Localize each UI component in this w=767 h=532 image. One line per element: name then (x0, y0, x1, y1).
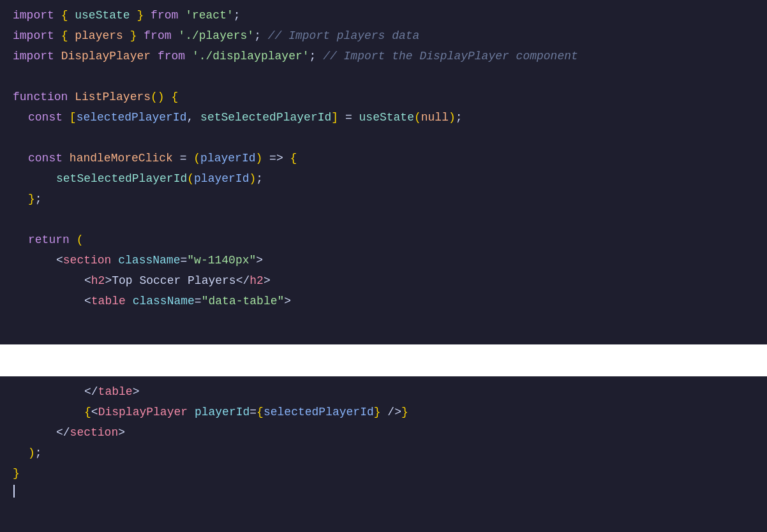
code-line-b4: ) ; (0, 444, 767, 464)
code-line-3: import DisplayPlayer from './displayplay… (0, 47, 767, 68)
code-line-6: const [ selectedPlayerId , setSelectedPl… (0, 108, 767, 129)
code-line-14: < h2 > Top Soccer Players </ h2 > (0, 272, 767, 292)
code-line-9: setSelectedPlayerId ( playerId ) ; (0, 170, 767, 190)
code-line-5: function ListPlayers () { (0, 88, 767, 108)
code-line-1: import { useState } from 'react' ; (0, 6, 767, 27)
code-line-4 (0, 68, 767, 88)
code-line-b2: { < DisplayPlayer playerId = { selectedP… (0, 403, 767, 424)
code-line-2: import { players } from './players' ; //… (0, 27, 767, 47)
code-line-12: return ( (0, 231, 767, 251)
keyword-from: from (151, 6, 178, 25)
code-line-13: < section className = "w-1140px" > (0, 251, 767, 272)
editor-container: import { useState } from 'react' ; impor… (0, 0, 767, 532)
code-line-10: } ; (0, 190, 767, 211)
code-line-11 (0, 211, 767, 231)
code-line-b3: </ section > (0, 424, 767, 444)
text-cursor (13, 485, 15, 498)
code-line-7 (0, 129, 767, 149)
section-divider (0, 344, 767, 376)
code-line-b5: } (0, 464, 767, 485)
code-block-top: import { useState } from 'react' ; impor… (0, 0, 767, 344)
code-line-cursor (0, 485, 767, 505)
code-line-b1: </ table > (0, 383, 767, 403)
code-line-8: const handleMoreClick = ( playerId ) => … (0, 149, 767, 170)
code-block-bottom: </ table > { < DisplayPlayer playerId = … (0, 376, 767, 532)
code-line-15: < table className = "data-table" > (0, 292, 767, 313)
keyword-import: import (13, 6, 54, 25)
